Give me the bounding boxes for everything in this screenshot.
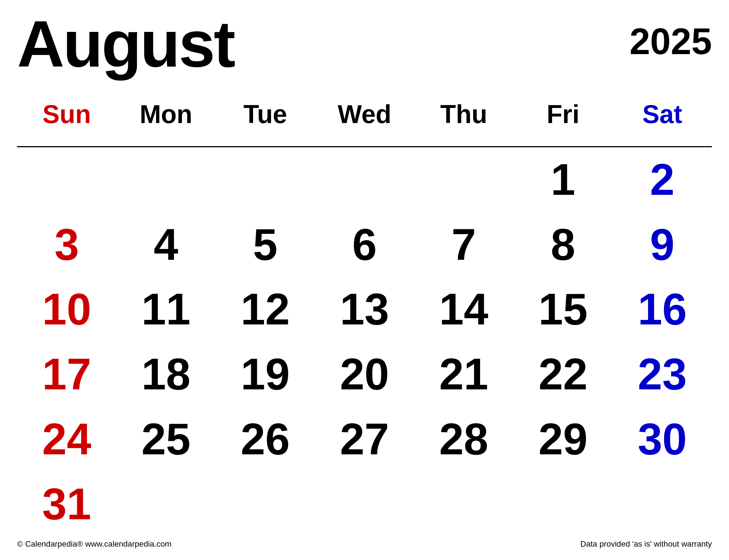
- day-header-wed: Wed: [315, 94, 414, 147]
- day-23: 23: [612, 342, 712, 407]
- footer-right: Data provided 'as is' without warranty: [580, 539, 712, 549]
- day-7: 7: [414, 212, 513, 277]
- header-row: August 2025: [17, 11, 712, 77]
- footer: © Calendarpedia® www.calendarpedia.com D…: [17, 537, 712, 549]
- day-header-fri: Fri: [513, 94, 613, 147]
- day-empty: [17, 147, 117, 212]
- day-25: 25: [117, 407, 216, 472]
- day-17: 17: [17, 342, 117, 407]
- day-empty: [315, 147, 414, 212]
- day-empty: [414, 472, 513, 537]
- day-11: 11: [117, 277, 216, 342]
- day-4: 4: [117, 212, 216, 277]
- day-8: 8: [513, 212, 613, 277]
- day-31: 31: [17, 472, 117, 537]
- day-empty: [117, 472, 216, 537]
- day-empty: [414, 147, 513, 212]
- day-3: 3: [17, 212, 117, 277]
- day-13: 13: [315, 277, 414, 342]
- day-26: 26: [216, 407, 315, 472]
- day-24: 24: [17, 407, 117, 472]
- day-10: 10: [17, 277, 117, 342]
- day-empty: [216, 147, 315, 212]
- day-15: 15: [513, 277, 613, 342]
- day-20: 20: [315, 342, 414, 407]
- day-29: 29: [513, 407, 613, 472]
- day-28: 28: [414, 407, 513, 472]
- day-14: 14: [414, 277, 513, 342]
- day-27: 27: [315, 407, 414, 472]
- day-12: 12: [216, 277, 315, 342]
- year-title: 2025: [630, 11, 712, 60]
- day-21: 21: [414, 342, 513, 407]
- day-header-mon: Mon: [117, 94, 216, 147]
- day-1: 1: [513, 147, 613, 212]
- day-empty: [612, 472, 712, 537]
- day-empty: [216, 472, 315, 537]
- calendar-container: August 2025 Sun Mon Tue Wed Thu Fri Sat …: [0, 0, 729, 560]
- calendar-grid: Sun Mon Tue Wed Thu Fri Sat 1 2 3 4 5 6 …: [17, 94, 712, 537]
- day-header-sun: Sun: [17, 94, 117, 147]
- footer-left: © Calendarpedia® www.calendarpedia.com: [17, 539, 172, 549]
- day-2: 2: [612, 147, 712, 212]
- day-6: 6: [315, 212, 414, 277]
- month-title: August: [17, 11, 234, 77]
- day-empty: [117, 147, 216, 212]
- day-5: 5: [216, 212, 315, 277]
- day-30: 30: [612, 407, 712, 472]
- day-empty: [513, 472, 613, 537]
- day-9: 9: [612, 212, 712, 277]
- day-empty: [315, 472, 414, 537]
- day-22: 22: [513, 342, 613, 407]
- day-header-thu: Thu: [414, 94, 513, 147]
- day-18: 18: [117, 342, 216, 407]
- day-header-sat: Sat: [612, 94, 712, 147]
- day-16: 16: [612, 277, 712, 342]
- day-header-tue: Tue: [216, 94, 315, 147]
- day-19: 19: [216, 342, 315, 407]
